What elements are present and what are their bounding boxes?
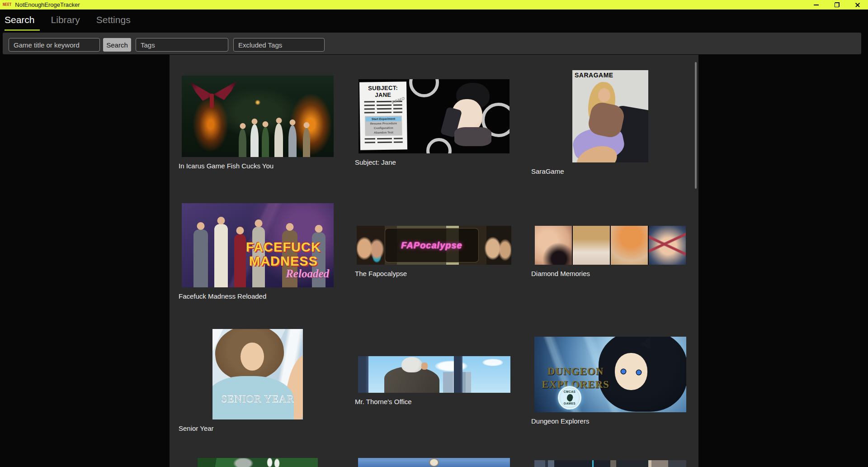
restore-button[interactable] [826,0,847,10]
thumbnail-senior-year: SENIOR YEAR [212,329,303,419]
character-figure-art [193,229,208,287]
search-button[interactable]: Search [103,38,131,52]
thumbnail-subject-jane: SUBJECT: JANE DEMO Start Experiment Resu… [359,79,509,153]
game-card-partial[interactable] [522,445,698,467]
logo-line: FACEFUCK [235,240,332,254]
close-button[interactable] [847,0,868,10]
man-face-art [421,362,428,370]
game-title: Senior Year [170,425,346,432]
face-art [615,353,647,390]
game-card-mr-thornes-office[interactable]: Mr. Thorne's Office [346,316,522,445]
game-card-in-icarus[interactable]: In Icarus Game Fish Cucks You [170,58,346,187]
game-title: SaraGame [522,168,698,175]
thumbnail-partial [534,460,686,467]
thumbnail-dungeon-explorers: DUNGEON EXPLORERS CMCAS GAMES [534,337,686,412]
game-card-senior-year[interactable]: SENIOR YEAR Senior Year [170,316,346,445]
thumbnail-fapocalypse: FAPocalypse [357,226,511,265]
tab-settings[interactable]: Settings [96,14,131,25]
excluded-tags-input[interactable] [233,38,325,52]
results-panel: In Icarus Game Fish Cucks You SUBJECT: J… [170,55,698,467]
collage-panel-art [649,226,686,265]
game-title: Diamond Memories [522,270,698,277]
keyword-input[interactable] [9,38,100,52]
paper-line-art [364,104,402,106]
cloud-art [435,361,467,372]
man-hair-art [401,357,422,372]
character-figure-art [274,124,283,157]
game-title: Mr. Thorne's Office [346,398,522,405]
game-card-saragame[interactable]: SARAGAME SaraGame [522,58,698,187]
thumbnail-facefuck-madness: FACEFUCK MADNESS Reloaded [182,203,334,287]
paper-menu-art: Start Experiment Resume Procedure Config… [365,115,402,136]
thumbnail-mr-thornes-office [358,356,510,393]
collage-panel-art [535,226,572,265]
collage-panel-art [611,226,648,265]
face-art [241,343,264,371]
game-title: In Icarus Game Fish Cucks You [170,162,346,169]
window-title: NotEnoughErogeTracker [15,1,80,8]
character-figure-art [262,127,269,157]
studio-badge-art: CMCAS GAMES [558,386,581,410]
game-card-partial[interactable] [170,445,346,467]
character-figure-art [288,125,297,157]
thumbnail-in-icarus [182,76,334,157]
studio-badge-mark [566,393,573,402]
main-nav: Search Library Settings [0,10,868,33]
girl-skirt-art [454,127,491,146]
collage-panel-art [573,226,610,265]
character-figure-art [214,224,228,287]
close-icon [855,2,860,8]
minimize-icon [814,5,819,5]
paper-line-art [365,138,403,140]
character-figure-art [250,124,259,157]
paper-menu-item: Resume Procedure [366,121,401,126]
thumbnail-partial [198,458,318,467]
neon-sign-art: FAPocalypse [385,228,479,262]
window-frame-art [358,356,368,393]
game-title: The Fapocalypse [346,270,522,277]
paper-line-art [364,111,402,113]
eye-art [621,369,626,374]
window-controls [806,0,868,10]
game-card-partial[interactable] [346,445,522,467]
cloud-art [482,359,503,366]
subject-paper-art: SUBJECT: JANE DEMO Start Experiment Resu… [359,81,407,150]
studio-badge-text: GAMES [564,402,576,405]
character-figure-art [239,129,246,157]
title-bar: NEET NotEnoughErogeTracker [0,0,868,10]
logo-line: Reloaded [235,267,332,280]
neon-logo-text: FAPocalypse [401,240,462,251]
game-card-dungeon-explorers[interactable]: DUNGEON EXPLORERS CMCAS GAMES Dungeon Ex… [522,316,698,445]
thumbnail-saragame: SARAGAME [572,70,648,162]
character-figure-art [303,128,310,157]
game-card-facefuck-madness[interactable]: FACEFUCK MADNESS Reloaded Facefuck Madne… [170,187,346,316]
studio-badge-text: CMCAS [564,390,576,394]
tab-search[interactable]: Search [5,14,35,25]
eye-art [637,370,641,375]
game-card-fapocalypse[interactable]: FAPocalypse The Fapocalypse [346,187,522,316]
thumbnail-diamond-memories [535,226,686,265]
game-title: Dungeon Explorers [522,418,698,424]
paper-menu-item: Abandon Test [366,130,401,135]
tab-library[interactable]: Library [51,14,80,25]
game-grid: In Icarus Game Fish Cucks You SUBJECT: J… [170,58,698,467]
logo-line: DUNGEON [542,365,609,378]
game-card-subject-jane[interactable]: SUBJECT: JANE DEMO Start Experiment Resu… [346,58,522,187]
restore-icon [835,2,840,7]
tags-input[interactable] [136,38,228,52]
vertical-scrollbar[interactable] [695,62,697,189]
thumbnail-partial [358,458,510,467]
tentacle-art [409,79,439,97]
logo-line: MADNESS [235,254,332,268]
active-tab-underline [5,29,40,31]
window-frame-art [454,356,462,393]
paper-line-art [364,108,402,110]
game-title: Facefuck Madness Reloaded [170,293,346,300]
tentacle-art [426,138,452,153]
minimize-button[interactable] [806,0,826,10]
app-logo-icon: NEET [3,3,11,7]
search-toolbar: Search [3,33,861,54]
game-title: Subject: Jane [346,159,522,166]
game-card-diamond-memories[interactable]: Diamond Memories [522,187,698,316]
game-logo-text: SENIOR YEAR [212,393,303,405]
